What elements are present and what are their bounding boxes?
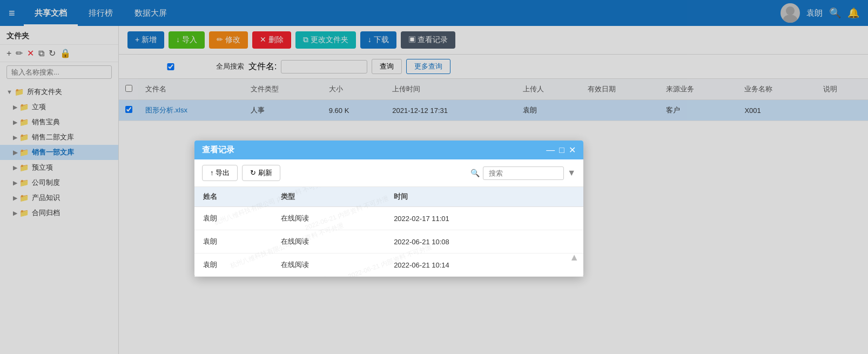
log-row: 袁朗 在线阅读 2022-06-21 10:14 (194, 253, 583, 277)
close-icon[interactable]: ✕ (569, 145, 576, 155)
log-row: 袁朗 在线阅读 2022-06-21 10:08 (194, 230, 583, 253)
scroll-up-indicator[interactable]: ▲ (569, 252, 579, 263)
modal-overlay: 查看记录 — □ ✕ ↑ 导出 ↻ 刷新 🔍 ▼ 杭州八维科技有限公司 内部资料… (0, 0, 868, 354)
view-log-modal: 查看记录 — □ ✕ ↑ 导出 ↻ 刷新 🔍 ▼ 杭州八维科技有限公司 内部资料… (194, 141, 583, 277)
log-row: 袁朗 在线阅读 2022-02-17 11:01 (194, 207, 583, 230)
modal-search-input[interactable] (483, 166, 564, 180)
refresh-button[interactable]: ↻ 刷新 (242, 165, 280, 181)
log-type: 在线阅读 (272, 207, 385, 230)
log-type: 在线阅读 (272, 230, 385, 253)
log-time: 2022-06-21 10:08 (385, 230, 566, 253)
log-table-header: 姓名 类型 时间 (194, 187, 583, 207)
modal-title: 查看记录 (202, 145, 546, 155)
export-button[interactable]: ↑ 导出 (202, 165, 238, 181)
filter-icon[interactable]: ▼ (567, 168, 576, 178)
maximize-icon[interactable]: □ (559, 145, 564, 155)
minimize-icon[interactable]: — (546, 145, 555, 155)
modal-search: 🔍 ▼ (470, 166, 576, 180)
log-name: 袁朗 (194, 230, 272, 253)
modal-table-wrap: 杭州八维科技有限公司 内部资料 不可外泄 2022-06-21 内部资料 不可外… (194, 187, 583, 277)
log-table: 姓名 类型 时间 袁朗 在线阅读 2022-02-17 11:01 (194, 187, 583, 277)
col-time: 时间 (385, 187, 566, 207)
log-name: 袁朗 (194, 207, 272, 230)
modal-controls: — □ ✕ (546, 145, 576, 155)
log-type: 在线阅读 (272, 253, 385, 277)
modal-toolbar: ↑ 导出 ↻ 刷新 🔍 ▼ (194, 159, 583, 187)
search-icon: 🔍 (470, 169, 480, 177)
log-time: 2022-06-21 10:14 (385, 253, 566, 277)
log-name: 袁朗 (194, 253, 272, 277)
col-name: 姓名 (194, 187, 272, 207)
modal-header: 查看记录 — □ ✕ (194, 141, 583, 159)
col-type: 类型 (272, 187, 385, 207)
log-time: 2022-02-17 11:01 (385, 207, 566, 230)
